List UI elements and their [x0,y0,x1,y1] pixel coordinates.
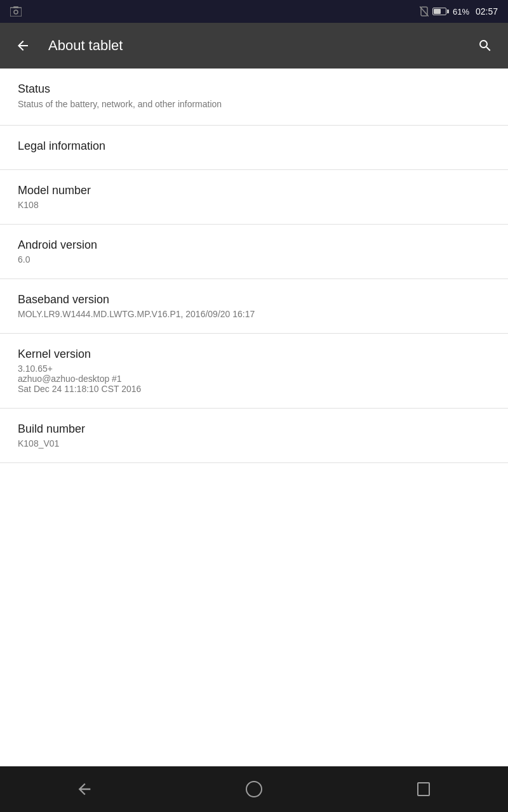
nav-recent-icon [417,782,430,796]
clock: 02:57 [476,6,498,16]
status-bar-right: 61% 02:57 [420,6,498,16]
nav-recent-button[interactable] [404,770,443,808]
settings-item-status-subtitle: Status of the battery, network, and othe… [18,98,490,111]
photo-icon [10,6,22,16]
settings-item-build-value: K108_V01 [18,438,490,449]
svg-rect-2 [13,6,18,8]
settings-item-model[interactable]: Model number K108 [0,170,508,225]
battery-percentage: 61% [453,7,469,16]
nav-home-button[interactable] [235,770,273,808]
settings-item-android[interactable]: Android version 6.0 [0,225,508,279]
settings-item-baseband-title: Baseband version [18,293,490,306]
settings-item-android-value: 6.0 [18,254,490,265]
settings-item-build[interactable]: Build number K108_V01 [0,409,508,463]
toolbar: About tablet [0,23,508,69]
settings-item-baseband[interactable]: Baseband version MOLY.LR9.W1444.MD.LWTG.… [0,279,508,334]
sim-icon [420,6,429,16]
settings-item-model-title: Model number [18,184,490,197]
status-bar: 61% 02:57 [0,0,508,23]
navigation-bar [0,766,508,812]
back-arrow-icon [15,38,30,53]
nav-back-icon [76,780,93,798]
settings-item-legal-title: Legal information [18,140,490,153]
settings-item-kernel[interactable]: Kernel version 3.10.65+ azhuo@azhuo-desk… [0,334,508,409]
back-button[interactable] [10,33,36,58]
status-bar-left [10,6,420,16]
settings-item-build-title: Build number [18,422,490,436]
settings-item-baseband-value: MOLY.LR9.W1444.MD.LWTG.MP.V16.P1, 2016/0… [18,309,490,319]
search-button[interactable] [472,33,498,58]
nav-back-button[interactable] [65,770,104,808]
settings-item-status[interactable]: Status Status of the battery, network, a… [0,69,508,126]
battery-indicator [432,8,449,15]
settings-item-legal[interactable]: Legal information [0,126,508,170]
settings-item-kernel-value: 3.10.65+ azhuo@azhuo-desktop #1 Sat Dec … [18,363,490,394]
settings-content: Status Status of the battery, network, a… [0,69,508,766]
page-title: About tablet [48,37,472,54]
settings-item-kernel-title: Kernel version [18,348,490,361]
settings-item-android-title: Android version [18,239,490,252]
svg-point-1 [14,10,18,14]
search-icon [478,38,493,53]
svg-rect-0 [10,8,22,16]
nav-home-icon [246,781,262,797]
settings-item-status-title: Status [18,82,490,96]
settings-item-model-value: K108 [18,200,490,210]
